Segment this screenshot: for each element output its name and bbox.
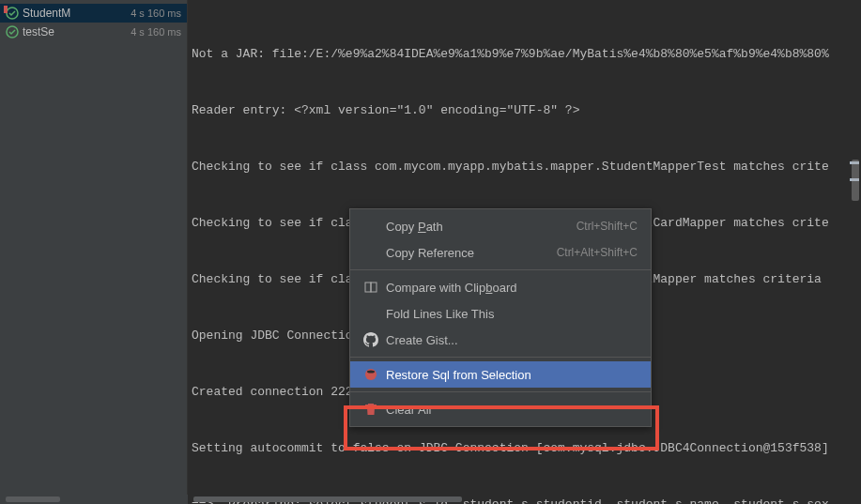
menu-clear-all[interactable]: Clear All [350, 396, 651, 422]
menu-separator [350, 391, 651, 392]
test-name-label: testSe [23, 25, 127, 38]
test-marker-icon [4, 6, 8, 13]
blank-icon [363, 245, 378, 260]
test-pass-icon [6, 7, 19, 20]
menu-shortcut: Ctrl+Shift+C [577, 220, 638, 233]
console-hscrollbar[interactable] [193, 496, 462, 502]
menu-label: Clear All [386, 403, 638, 417]
svg-rect-3 [371, 283, 377, 292]
menu-fold-lines[interactable]: Fold Lines Like This [350, 300, 651, 327]
menu-label: Fold Lines Like This [386, 307, 638, 321]
console-line: Checking to see if class com.mycom.myapp… [192, 158, 857, 176]
svg-rect-2 [365, 283, 371, 292]
context-menu: Copy Path Ctrl+Shift+C Copy Reference Ct… [349, 208, 652, 427]
blank-icon [363, 219, 378, 234]
test-time-label: 4 s 160 ms [131, 8, 181, 19]
test-time-label: 4 s 160 ms [131, 26, 181, 38]
menu-shortcut: Ctrl+Alt+Shift+C [557, 246, 638, 259]
sidebar-hscrollbar[interactable] [6, 496, 60, 502]
blank-icon [363, 306, 378, 321]
console-line: Not a JAR: file:/E:/%e9%a2%84IDEA%e9%a1%… [192, 45, 857, 64]
console-line: Reader entry: <?xml version="1.0" encodi… [192, 101, 857, 120]
console-scrollbar[interactable] [850, 0, 859, 504]
menu-label: Copy Path [386, 220, 577, 234]
menu-label: Create Gist... [386, 333, 638, 347]
scrollbar-thumb[interactable] [852, 160, 859, 201]
menu-label: Copy Reference [386, 246, 557, 260]
menu-compare-clipboard[interactable]: Compare with Clipboard [350, 274, 651, 300]
compare-icon [363, 280, 378, 295]
menu-copy-path[interactable]: Copy Path Ctrl+Shift+C [350, 213, 651, 239]
test-name-label: StudentM [23, 7, 127, 20]
test-item-student[interactable]: StudentM 4 s 160 ms [0, 4, 187, 23]
svg-point-5 [367, 371, 375, 374]
menu-separator [350, 357, 651, 358]
menu-label: Compare with Clipboard [386, 281, 638, 295]
menu-restore-sql[interactable]: Restore Sql from Selection [350, 361, 651, 388]
test-item-testse[interactable]: testSe 4 s 160 ms [0, 23, 187, 41]
console-line: Setting autocommit to false on JDBC Conn… [192, 439, 857, 458]
github-icon [363, 332, 378, 347]
menu-copy-reference[interactable]: Copy Reference Ctrl+Alt+Shift+C [350, 239, 651, 266]
menu-create-gist[interactable]: Create Gist... [350, 327, 651, 353]
test-tree-sidebar: StudentM 4 s 160 ms testSe 4 s 160 ms [0, 0, 188, 504]
menu-label: Restore Sql from Selection [386, 368, 638, 382]
menu-separator [350, 269, 651, 270]
sql-icon [363, 367, 378, 382]
trash-icon [363, 402, 378, 417]
test-pass-icon [6, 25, 19, 38]
